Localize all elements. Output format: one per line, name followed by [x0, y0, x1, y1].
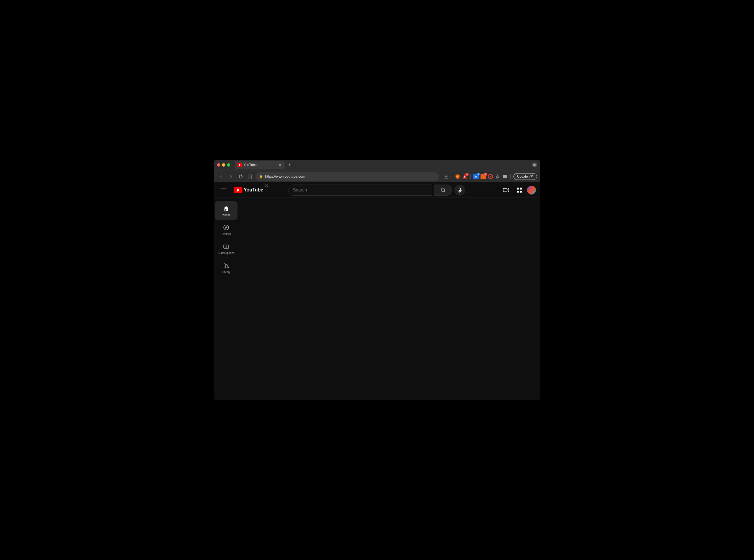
- subscriptions-label: Subscriptions: [218, 252, 235, 255]
- recording-indicator: [532, 162, 537, 167]
- youtube-logo-text: YouTube: [243, 187, 263, 193]
- svg-text:P: P: [475, 175, 477, 178]
- sidebar-item-home[interactable]: Home: [215, 201, 238, 220]
- youtube-logo-icon: [234, 187, 242, 193]
- youtube-apps-button[interactable]: [514, 184, 525, 196]
- browser-extensions: ! 1 P 4 🦊 1: [443, 173, 537, 180]
- home-label: Home: [222, 213, 230, 216]
- youtube-body: Home Explore: [214, 198, 540, 400]
- separator: [452, 174, 452, 179]
- svg-rect-11: [503, 177, 507, 178]
- browser-window: YouTube ✕ +: [214, 160, 540, 400]
- vpn-badge: 1: [465, 173, 469, 176]
- hamburger-line-1: [221, 188, 226, 188]
- tab-close-button[interactable]: ✕: [278, 163, 282, 167]
- separator2: [470, 174, 471, 179]
- svg-text:!: !: [464, 176, 465, 178]
- forward-button[interactable]: [227, 173, 235, 180]
- subscriptions-icon: [223, 243, 230, 250]
- svg-point-8: [490, 176, 491, 177]
- svg-point-13: [441, 188, 444, 192]
- youtube-search-button[interactable]: [434, 184, 452, 196]
- youtube-avatar[interactable]: [527, 186, 536, 195]
- svg-rect-15: [503, 188, 507, 192]
- svg-rect-17: [520, 187, 522, 189]
- page-content: YouTube DE: [214, 182, 540, 400]
- youtube-header: YouTube DE: [214, 182, 540, 198]
- youtube-search-input[interactable]: [293, 187, 428, 193]
- svg-rect-9: [503, 175, 507, 176]
- refresh-button[interactable]: [237, 173, 245, 180]
- fox-badge: 1: [484, 173, 487, 176]
- minimize-window-button[interactable]: [222, 163, 225, 166]
- youtube-mic-button[interactable]: [454, 184, 465, 196]
- sidebar-item-library[interactable]: Library: [215, 258, 238, 278]
- youtube-logo[interactable]: YouTube DE: [234, 187, 269, 193]
- explore-icon: [223, 224, 230, 231]
- title-bar: YouTube ✕ +: [214, 160, 540, 170]
- youtube-create-button[interactable]: [500, 184, 512, 196]
- svg-rect-18: [517, 191, 519, 193]
- youtube-main-content: [239, 198, 540, 400]
- extensions-star-icon[interactable]: [495, 174, 500, 179]
- sidebar-item-subscriptions[interactable]: Subscriptions: [215, 239, 238, 258]
- circle-extension-icon[interactable]: [488, 174, 493, 179]
- youtube-search-bar[interactable]: [288, 184, 432, 196]
- library-label: Library: [222, 271, 231, 274]
- svg-rect-24: [226, 264, 227, 268]
- youtube-search-container: [288, 184, 465, 196]
- extensions-list-icon[interactable]: [502, 174, 508, 179]
- new-tab-button[interactable]: +: [286, 161, 293, 169]
- svg-point-21: [226, 227, 227, 228]
- svg-rect-14: [459, 188, 461, 191]
- youtube-header-right: [500, 184, 536, 196]
- svg-rect-23: [224, 264, 225, 268]
- lock-icon: 🔒: [259, 175, 263, 178]
- tab-bar: YouTube ✕ +: [235, 161, 530, 169]
- profile-badge: 4: [477, 173, 480, 176]
- youtube-play-icon: [237, 188, 240, 192]
- traffic-lights: [217, 163, 230, 166]
- fox-extension-icon[interactable]: 🦊 1: [480, 174, 486, 179]
- download-extension-icon[interactable]: [443, 174, 449, 179]
- library-icon: [223, 262, 230, 269]
- update-button[interactable]: Update: [514, 173, 537, 180]
- hamburger-line-3: [221, 192, 226, 192]
- svg-rect-19: [520, 191, 522, 193]
- youtube-country-badge: DE: [265, 184, 269, 187]
- url-text: https://www.youtube.com: [265, 174, 436, 178]
- vpn-warning-icon[interactable]: ! 1: [462, 174, 468, 179]
- youtube-sidebar: Home Explore: [214, 198, 239, 400]
- bookmark-button[interactable]: [247, 173, 254, 180]
- svg-rect-10: [503, 176, 507, 177]
- youtube-menu-button[interactable]: [218, 184, 229, 196]
- hamburger-line-2: [221, 190, 226, 191]
- brave-shield-icon[interactable]: [455, 174, 460, 179]
- back-button[interactable]: [217, 173, 225, 180]
- profile-extension-icon[interactable]: P 4: [473, 174, 479, 179]
- home-icon: [223, 205, 230, 212]
- active-tab[interactable]: YouTube ✕: [235, 161, 284, 169]
- sidebar-item-explore[interactable]: Explore: [215, 220, 238, 239]
- recording-dot: [533, 164, 536, 166]
- svg-rect-16: [517, 187, 519, 189]
- nav-bar: 🔒 https://www.youtube.com !: [214, 170, 540, 182]
- maximize-window-button[interactable]: [227, 163, 230, 166]
- close-window-button[interactable]: [217, 163, 220, 166]
- tab-favicon: [238, 163, 242, 167]
- window-controls-right: [532, 162, 537, 167]
- tab-title: YouTube: [243, 163, 276, 167]
- explore-label: Explore: [221, 233, 231, 236]
- address-bar[interactable]: 🔒 https://www.youtube.com: [256, 172, 439, 181]
